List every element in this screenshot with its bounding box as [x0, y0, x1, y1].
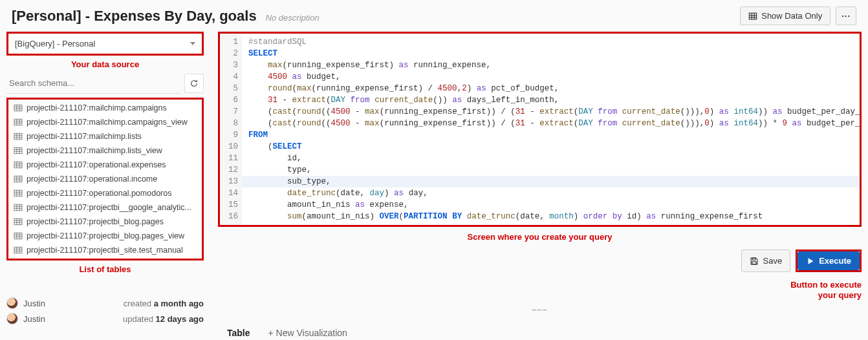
schema-table-item[interactable]: projectbi-211107:mailchimp.campaigns [8, 101, 202, 115]
play-icon [806, 257, 815, 266]
page-header: [Personal] - Expenses By Day, goals No d… [0, 0, 868, 32]
chevron-down-icon [190, 42, 195, 45]
show-data-only-button[interactable]: Show Data Only [740, 6, 830, 25]
svg-rect-50 [14, 233, 22, 239]
svg-rect-30 [14, 176, 22, 182]
svg-rect-10 [14, 119, 22, 125]
svg-rect-15 [14, 133, 22, 139]
schema-table-list: projectbi-211107:mailchimp.campaignsproj… [6, 98, 204, 260]
drag-handle-icon[interactable]: ━━━ [218, 306, 862, 313]
svg-rect-45 [14, 218, 22, 224]
avatar [6, 297, 18, 309]
schema-table-item[interactable]: projectbi-211107:operational.pomodoros [8, 186, 202, 200]
data-source-select[interactable]: [BigQuery] - Personal [6, 32, 204, 56]
schema-table-item[interactable]: projectbi-211107:operational.expenses [8, 158, 202, 172]
schema-table-item[interactable]: projectbi-211107:operational.income [8, 172, 202, 186]
tab-new-visualization[interactable]: + New Visualization [267, 321, 349, 340]
save-icon [750, 257, 759, 266]
schema-table-item[interactable]: projectbi-211107:projectbi_blog.pages_vi… [8, 229, 202, 243]
execute-button[interactable]: Execute [797, 251, 860, 270]
svg-rect-40 [14, 204, 22, 210]
meta-updated: Justin updated 12 days ago [6, 313, 204, 324]
schema-table-item[interactable]: projectbi-211107:projectbi_blog.pages [8, 215, 202, 229]
svg-rect-0 [750, 13, 757, 19]
page-description: No description [266, 13, 320, 23]
refresh-icon [190, 79, 199, 88]
schema-search-input[interactable] [6, 73, 180, 94]
schema-table-item[interactable]: projectbi-211107:projectbi_site.test_man… [8, 243, 202, 257]
svg-rect-55 [14, 247, 22, 253]
svg-rect-5 [14, 105, 22, 111]
table-icon [748, 12, 757, 21]
svg-rect-60 [753, 258, 755, 260]
annotation-query: Screen where you create your query [218, 232, 862, 242]
schema-table-item[interactable]: projectbi-211107:mailchimp.campaigns_vie… [8, 115, 202, 129]
svg-rect-61 [752, 261, 756, 264]
save-button[interactable]: Save [741, 250, 790, 272]
schema-table-item[interactable]: projectbi-211107:projectbi__google_analy… [8, 200, 202, 215]
more-menu-button[interactable]: ··· [836, 6, 856, 25]
schema-table-item[interactable]: projectbi-211107:mailchimp.lists [8, 129, 202, 143]
tab-table[interactable]: Table [226, 321, 252, 340]
ellipsis-icon: ··· [841, 11, 851, 21]
schema-table-item[interactable]: projectbi-211107:mailchimp.lists_view [8, 143, 202, 158]
page-title: [Personal] - Expenses By Day, goals [12, 8, 257, 25]
svg-rect-20 [14, 147, 22, 153]
annotation-data-source: Your data source [6, 59, 204, 69]
meta-created: Justin created a month ago [6, 297, 204, 309]
annotation-execute: Button to executeyour query [218, 280, 862, 300]
avatar [6, 313, 18, 324]
refresh-schema-button[interactable] [184, 74, 204, 93]
svg-rect-25 [14, 162, 22, 167]
svg-rect-35 [14, 190, 22, 196]
editor-gutter: 12345678910111213141516 [220, 34, 242, 225]
sql-editor[interactable]: 12345678910111213141516 #standardSQLSELE… [218, 32, 862, 227]
annotation-tables: List of tables [6, 264, 204, 274]
result-tabs: Table + New Visualization [218, 321, 862, 340]
editor-code[interactable]: #standardSQLSELECT max(running_expense_f… [242, 34, 860, 225]
